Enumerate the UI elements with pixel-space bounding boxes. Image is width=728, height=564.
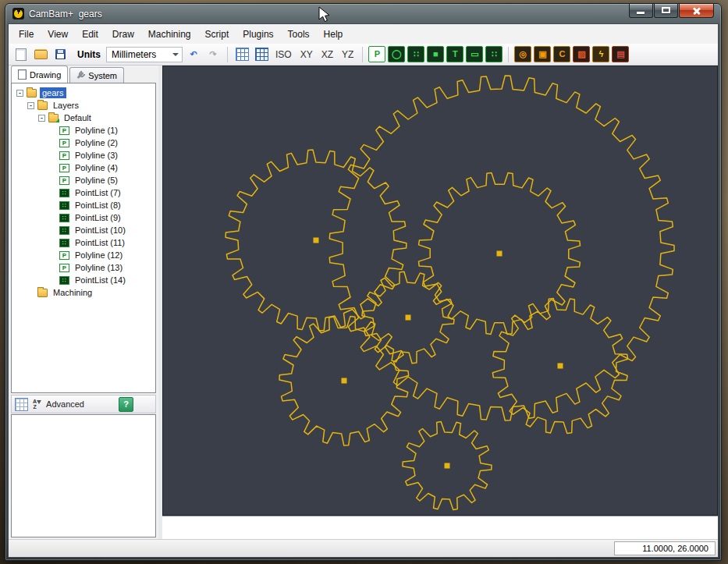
- units-value: Millimeters: [112, 49, 156, 60]
- sort-alphabetical-icon[interactable]: A Z: [33, 399, 41, 410]
- gear-large[interactable]: [329, 76, 674, 420]
- tree-item[interactable]: PPolyline (3): [12, 149, 155, 161]
- app-window: CamBam+ gears FileViewEditDrawMachiningS…: [5, 3, 722, 561]
- undo-icon[interactable]: ↶: [185, 46, 202, 62]
- expander-icon[interactable]: -: [16, 90, 23, 97]
- tree-item-label: PointList (11): [73, 237, 127, 248]
- tree-item[interactable]: PPolyline (5): [12, 174, 155, 186]
- menu-script[interactable]: Script: [198, 26, 236, 43]
- gear-right-center-point[interactable]: [558, 364, 563, 369]
- gear-middle-center-point[interactable]: [497, 251, 502, 257]
- engrave-icon[interactable]: ▨: [573, 46, 590, 62]
- polyline-icon: P: [59, 126, 69, 135]
- tree-item[interactable]: PPolyline (13): [12, 261, 155, 274]
- tab-drawing-label: Drawing: [30, 70, 61, 80]
- tree-item[interactable]: ∷PointList (10): [12, 224, 155, 236]
- drawing-canvas[interactable]: [162, 66, 718, 516]
- display-grid-icon[interactable]: [253, 46, 270, 62]
- redo-icon[interactable]: ↷: [204, 46, 222, 62]
- gear-bottom-center-point[interactable]: [445, 463, 450, 469]
- tree-item-label: Layers: [51, 100, 81, 111]
- tree-item[interactable]: ∷PointList (9): [12, 211, 155, 224]
- tree-item[interactable]: -gears: [12, 87, 155, 99]
- sort-letter-a: A: [33, 399, 37, 404]
- new-file-icon[interactable]: [12, 46, 30, 62]
- statusbar: 11.0000, 26.0000: [9, 539, 718, 557]
- sort-letter-z: Z: [33, 404, 36, 410]
- save-file-icon[interactable]: [51, 46, 69, 62]
- draw-points-icon[interactable]: ∷: [485, 46, 502, 62]
- menu-help[interactable]: Help: [317, 26, 350, 43]
- units-combobox[interactable]: Millimeters: [106, 47, 183, 62]
- profile-icon[interactable]: C: [553, 46, 570, 62]
- open-file-icon[interactable]: [32, 46, 49, 62]
- categorized-view-icon[interactable]: [15, 398, 28, 411]
- menubar: FileViewEditDrawMachiningScriptPluginsTo…: [9, 24, 718, 44]
- cambam-logo-icon[interactable]: [12, 8, 24, 20]
- tree-item-label: PointList (14): [73, 275, 128, 286]
- speeds-icon[interactable]: ϟ: [592, 46, 609, 62]
- xz-plane-button[interactable]: XZ: [318, 48, 336, 62]
- iso-view-button[interactable]: ISO: [272, 48, 295, 62]
- advanced-label[interactable]: Advanced: [46, 399, 84, 409]
- tree-item[interactable]: PPolyline (2): [12, 137, 155, 149]
- pocket-icon[interactable]: ▣: [534, 46, 551, 62]
- tree-item-label: Polyline (13): [73, 262, 125, 273]
- tree-item[interactable]: ∷PointList (7): [12, 186, 155, 199]
- tree-item[interactable]: PPolyline (1): [12, 124, 155, 137]
- gcode-icon[interactable]: ▤: [612, 46, 629, 62]
- left-panel-tabs: Drawing System: [9, 66, 158, 83]
- tree-item[interactable]: -Default: [12, 112, 155, 124]
- drawing-tree: -gears-Layers-DefaultPPolyline (1)PPolyl…: [11, 83, 156, 393]
- draw-pointlist-icon[interactable]: ∷: [407, 46, 424, 62]
- draw-rect-icon[interactable]: ▭: [466, 46, 483, 62]
- tree-item[interactable]: ∷PointList (11): [12, 236, 155, 249]
- draw-circle-icon[interactable]: ◯: [388, 46, 405, 62]
- draw-surface-icon[interactable]: ■: [427, 46, 444, 62]
- pointlist-icon: ∷: [59, 214, 69, 222]
- tree-item[interactable]: PPolyline (4): [12, 161, 155, 174]
- tab-system-label: System: [88, 71, 117, 80]
- snap-grid-icon[interactable]: [233, 46, 250, 62]
- maximize-button[interactable]: [654, 4, 678, 18]
- menu-draw[interactable]: Draw: [105, 26, 141, 43]
- draw-text-icon[interactable]: T: [446, 46, 463, 62]
- tab-drawing[interactable]: Drawing: [11, 66, 68, 83]
- titlebar[interactable]: CamBam+ gears: [8, 4, 719, 23]
- gear-top-left-center-point[interactable]: [314, 238, 319, 243]
- gear-bottom-left-center-point[interactable]: [342, 378, 347, 384]
- tree-item-label: Polyline (4): [73, 162, 120, 173]
- polyline-icon: P: [59, 251, 69, 260]
- expander-icon[interactable]: -: [38, 115, 45, 122]
- desktop: { "window": { "title": "CamBam+ gears" }…: [0, 0, 728, 564]
- yz-plane-button[interactable]: YZ: [339, 48, 357, 62]
- close-button[interactable]: [679, 4, 714, 18]
- menu-file[interactable]: File: [12, 26, 41, 43]
- window-controls: [628, 4, 714, 18]
- tree-item[interactable]: ∷PointList (8): [12, 199, 155, 211]
- gear-small-center-center-point[interactable]: [406, 315, 411, 321]
- xy-plane-button[interactable]: XY: [297, 48, 316, 62]
- help-button[interactable]: ?: [119, 397, 133, 412]
- menu-view[interactable]: View: [41, 26, 75, 43]
- drawing-page-icon: [18, 69, 27, 80]
- tree-item-label: PointList (10): [73, 225, 128, 236]
- tree-item[interactable]: ∷PointList (14): [12, 274, 155, 286]
- menu-plugins[interactable]: Plugins: [236, 26, 280, 43]
- polyline-icon: P: [59, 264, 69, 272]
- expander-icon[interactable]: -: [27, 102, 34, 109]
- polyline-icon: P: [59, 176, 69, 185]
- menu-tools[interactable]: Tools: [281, 26, 317, 43]
- menu-edit[interactable]: Edit: [75, 26, 105, 43]
- tab-system[interactable]: System: [69, 67, 124, 83]
- tree-item[interactable]: Machining: [12, 286, 155, 299]
- wrench-icon: [76, 71, 85, 80]
- separator: [227, 47, 228, 62]
- polyline-icon: P: [59, 139, 69, 147]
- menu-machining[interactable]: Machining: [141, 26, 198, 43]
- tree-item[interactable]: PPolyline (12): [12, 249, 155, 261]
- draw-polyline-icon[interactable]: P: [368, 46, 385, 62]
- drill-icon[interactable]: ◎: [514, 46, 531, 62]
- minimize-button[interactable]: [629, 4, 653, 18]
- tree-item[interactable]: -Layers: [12, 99, 155, 112]
